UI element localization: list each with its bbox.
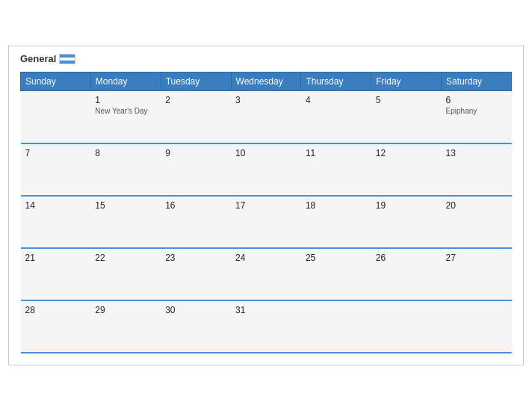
day-number: 12 bbox=[376, 148, 437, 158]
calendar-cell: 13 bbox=[442, 143, 512, 196]
day-number: 11 bbox=[306, 148, 367, 158]
calendar-cell: 22 bbox=[90, 248, 161, 300]
holiday-label: New Year's Day bbox=[95, 107, 156, 115]
weekday-header: Sunday bbox=[21, 72, 91, 91]
day-number: 18 bbox=[306, 200, 367, 211]
calendar-cell: 15 bbox=[90, 196, 161, 248]
day-number: 10 bbox=[235, 148, 297, 158]
calendar-cell: 6Epiphany bbox=[442, 91, 512, 143]
calendar-cell: 18 bbox=[301, 196, 371, 248]
day-number: 15 bbox=[95, 200, 156, 211]
day-number: 7 bbox=[25, 148, 87, 158]
calendar-cell bbox=[371, 300, 442, 353]
weekday-header: Wednesday bbox=[231, 72, 301, 91]
calendar-cell bbox=[21, 91, 91, 143]
day-number: 2 bbox=[165, 95, 226, 105]
weekday-header: Tuesday bbox=[161, 72, 231, 91]
calendar-cell: 17 bbox=[231, 196, 301, 248]
calendar-cell: 2 bbox=[161, 91, 231, 143]
calendar-cell: 24 bbox=[231, 248, 301, 300]
calendar-cell: 11 bbox=[301, 143, 371, 196]
logo-flag-icon bbox=[59, 54, 75, 64]
day-number: 26 bbox=[376, 253, 437, 263]
calendar-cell: 8 bbox=[90, 143, 161, 196]
calendar-cell: 20 bbox=[442, 196, 512, 248]
day-number: 28 bbox=[25, 305, 87, 315]
day-number: 5 bbox=[376, 95, 437, 105]
calendar-cell bbox=[442, 300, 512, 353]
calendar-cell: 26 bbox=[371, 248, 442, 300]
calendar-cell: 10 bbox=[231, 143, 301, 196]
calendar-cell: 12 bbox=[371, 143, 442, 196]
day-number: 1 bbox=[95, 95, 156, 105]
calendar-header: General bbox=[20, 54, 512, 64]
day-number: 31 bbox=[235, 305, 297, 315]
day-number: 4 bbox=[306, 95, 367, 105]
day-number: 19 bbox=[376, 200, 437, 211]
calendar-cell: 1New Year's Day bbox=[90, 91, 161, 143]
logo: General bbox=[20, 54, 75, 64]
day-number: 16 bbox=[165, 200, 226, 211]
logo-general-text: General bbox=[20, 54, 75, 64]
calendar-cell: 21 bbox=[21, 248, 91, 300]
weekday-header: Monday bbox=[90, 72, 161, 91]
calendar-week-row: 1New Year's Day23456Epiphany bbox=[21, 91, 512, 143]
day-number: 9 bbox=[165, 148, 226, 158]
weekday-header-row: SundayMondayTuesdayWednesdayThursdayFrid… bbox=[21, 72, 512, 91]
calendar-cell: 25 bbox=[301, 248, 371, 300]
calendar-container: General SundayMondayTuesdayWednesdayThur… bbox=[8, 46, 524, 365]
day-number: 13 bbox=[446, 148, 507, 158]
day-number: 3 bbox=[235, 95, 297, 105]
calendar-cell: 14 bbox=[21, 196, 91, 248]
day-number: 29 bbox=[95, 305, 156, 315]
day-number: 6 bbox=[446, 95, 507, 105]
calendar-week-row: 21222324252627 bbox=[21, 248, 512, 300]
calendar-cell: 28 bbox=[21, 300, 91, 353]
day-number: 24 bbox=[235, 253, 297, 263]
calendar-cell: 9 bbox=[161, 143, 231, 196]
weekday-header: Thursday bbox=[301, 72, 371, 91]
day-number: 30 bbox=[165, 305, 226, 315]
calendar-cell: 3 bbox=[231, 91, 301, 143]
day-number: 27 bbox=[446, 253, 507, 263]
calendar-cell: 16 bbox=[161, 196, 231, 248]
calendar-cell: 5 bbox=[371, 91, 442, 143]
calendar-cell: 31 bbox=[231, 300, 301, 353]
day-number: 23 bbox=[165, 253, 226, 263]
calendar-cell: 7 bbox=[21, 143, 91, 196]
holiday-label: Epiphany bbox=[446, 107, 507, 115]
calendar-cell: 23 bbox=[161, 248, 231, 300]
calendar-cell: 30 bbox=[161, 300, 231, 353]
day-number: 20 bbox=[446, 200, 507, 211]
day-number: 17 bbox=[235, 200, 297, 211]
calendar-table: SundayMondayTuesdayWednesdayThursdayFrid… bbox=[20, 72, 512, 353]
calendar-cell: 4 bbox=[301, 91, 371, 143]
day-number: 25 bbox=[306, 253, 367, 263]
calendar-week-row: 28293031 bbox=[21, 300, 512, 353]
calendar-cell: 27 bbox=[442, 248, 512, 300]
day-number: 8 bbox=[95, 148, 156, 158]
calendar-week-row: 78910111213 bbox=[21, 143, 512, 196]
calendar-cell: 29 bbox=[90, 300, 161, 353]
weekday-header: Saturday bbox=[442, 72, 512, 91]
calendar-week-row: 14151617181920 bbox=[21, 196, 512, 248]
calendar-cell: 19 bbox=[371, 196, 442, 248]
day-number: 22 bbox=[95, 253, 156, 263]
weekday-header: Friday bbox=[371, 72, 442, 91]
calendar-cell bbox=[301, 300, 371, 353]
day-number: 21 bbox=[25, 253, 87, 263]
day-number: 14 bbox=[25, 200, 87, 211]
